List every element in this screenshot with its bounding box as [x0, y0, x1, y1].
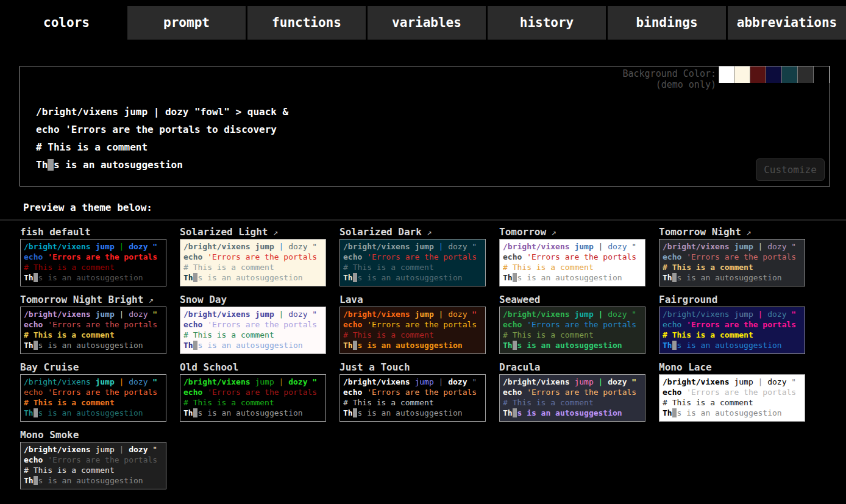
- token: # This is a comment: [663, 263, 753, 272]
- background-swatch-1[interactable]: [734, 66, 750, 83]
- token: # This is a comment: [343, 330, 434, 339]
- token: 'Errors are the portals: [527, 252, 636, 261]
- background-swatch-3[interactable]: [766, 66, 782, 83]
- token: ": [312, 377, 317, 386]
- token: # This is a comment: [24, 466, 115, 475]
- token: /bright/vixens: [183, 310, 251, 319]
- external-link-icon[interactable]: ↗: [546, 227, 556, 237]
- token: dozy: [767, 377, 786, 386]
- tab-history[interactable]: history: [488, 6, 606, 40]
- theme-line-comment: # This is a comment: [663, 262, 805, 272]
- token: Th: [183, 341, 193, 350]
- background-swatch-6[interactable]: [814, 66, 830, 83]
- external-link-icon[interactable]: ↗: [143, 295, 154, 305]
- token: |: [439, 310, 444, 319]
- theme-card-tomorrow-night-bright[interactable]: /bright/vixens jump | dozy "echo 'Errors…: [20, 307, 166, 354]
- customize-button[interactable]: Customize: [756, 158, 825, 181]
- theme-line-command: /bright/vixens jump | dozy ": [183, 309, 325, 319]
- theme-title-snow-day: Snow Day: [180, 294, 339, 307]
- theme-title-tomorrow[interactable]: Tomorrow ↗: [499, 226, 659, 239]
- theme-cell-tomorrow-night-bright: Tomorrow Night Bright ↗/bright/vixens ju…: [20, 294, 180, 361]
- theme-line-comment: # This is a comment: [343, 330, 485, 340]
- token: Th: [24, 408, 34, 417]
- background-swatch-row: [719, 66, 830, 83]
- theme-line-error: echo 'Errors are the portals: [24, 252, 166, 262]
- tab-prompt[interactable]: prompt: [127, 6, 246, 40]
- token: /bright/vixens: [663, 242, 730, 251]
- token: 'Errors are the portals: [527, 388, 636, 397]
- token: # This is a comment: [343, 263, 434, 272]
- theme-card-tomorrow[interactable]: /bright/vixens jump | dozy "echo 'Errors…: [499, 239, 645, 286]
- theme-line-error: echo 'Errors are the portals: [183, 252, 325, 262]
- token: s is an autosuggestion: [677, 408, 781, 417]
- token: 'Errors are the portals: [48, 320, 157, 329]
- token: 'Errors are the portals: [48, 388, 157, 397]
- theme-card-solarized-dark[interactable]: /bright/vixens jump | dozy "echo 'Errors…: [339, 239, 486, 286]
- theme-cell-tomorrow-night: Tomorrow Night ↗/bright/vixens jump | do…: [659, 226, 819, 294]
- theme-card-mono-smoke[interactable]: /bright/vixens jump | dozy "echo 'Errors…: [20, 442, 166, 489]
- theme-card-lava[interactable]: /bright/vixens jump | dozy "echo 'Errors…: [339, 307, 486, 354]
- theme-card-mono-lace[interactable]: /bright/vixens jump | dozy "echo 'Errors…: [659, 374, 805, 422]
- theme-cell-lava: Lava/bright/vixens jump | dozy "echo 'Er…: [339, 294, 499, 361]
- token: 'Errors are the portals: [207, 388, 317, 397]
- theme-line-comment: # This is a comment: [24, 397, 166, 408]
- token: ": [152, 310, 157, 319]
- background-swatch-2[interactable]: [750, 66, 766, 83]
- theme-line-error: echo 'Errors are the portals: [503, 252, 645, 262]
- token: dozy: [767, 310, 786, 319]
- token: |: [119, 310, 124, 319]
- tab-functions[interactable]: functions: [247, 6, 366, 40]
- theme-card-just-a-touch[interactable]: /bright/vixens jump | dozy "echo 'Errors…: [339, 374, 486, 422]
- token: # This is a comment: [343, 398, 434, 407]
- tab-colors[interactable]: colors: [7, 6, 126, 40]
- background-swatch-5[interactable]: [798, 66, 814, 83]
- external-link-icon[interactable]: ↗: [741, 227, 752, 237]
- theme-card-fairground[interactable]: /bright/vixens jump | dozy "echo 'Errors…: [659, 307, 805, 354]
- external-link-icon[interactable]: ↗: [422, 227, 432, 237]
- theme-card-fish-default[interactable]: /bright/vixens jump | dozy "echo 'Errors…: [20, 239, 166, 286]
- theme-line-autosuggestion: This is an autosuggestion: [24, 475, 166, 486]
- theme-line-autosuggestion: This is an autosuggestion: [183, 340, 325, 350]
- token: |: [279, 377, 284, 386]
- theme-title-lava: Lava: [339, 294, 499, 307]
- token: Th: [183, 273, 193, 282]
- token: Th: [343, 341, 353, 350]
- theme-line-comment: # This is a comment: [24, 262, 166, 272]
- theme-card-seaweed[interactable]: /bright/vixens jump | dozy "echo 'Errors…: [499, 307, 645, 354]
- token: |: [439, 242, 444, 251]
- tab-bindings[interactable]: bindings: [608, 6, 726, 40]
- theme-card-solarized-light[interactable]: /bright/vixens jump | dozy "echo 'Errors…: [180, 239, 326, 286]
- token: s is an autosuggestion: [38, 476, 143, 485]
- token: Th: [183, 408, 193, 417]
- theme-line-autosuggestion: This is an autosuggestion: [343, 272, 485, 283]
- token: ": [472, 242, 477, 251]
- external-link-icon[interactable]: ↗: [268, 227, 279, 237]
- token: dozy: [288, 310, 307, 319]
- theme-card-dracula[interactable]: /bright/vixens jump | dozy "echo 'Errors…: [499, 374, 645, 422]
- token: s is an autosuggestion: [38, 273, 143, 282]
- theme-title-mono-smoke: Mono Smoke: [20, 429, 180, 442]
- token: jump: [414, 242, 433, 251]
- theme-card-old-school[interactable]: /bright/vixens jump | dozy "echo 'Errors…: [180, 374, 326, 422]
- background-swatch-4[interactable]: [782, 66, 798, 83]
- theme-line-command: /bright/vixens jump | dozy ": [503, 377, 645, 387]
- theme-line-comment: # This is a comment: [663, 330, 805, 340]
- theme-card-snow-day[interactable]: /bright/vixens jump | dozy "echo 'Errors…: [180, 307, 326, 354]
- token: echo: [503, 388, 522, 397]
- theme-title-tomorrow-night[interactable]: Tomorrow Night ↗: [659, 226, 819, 239]
- theme-line-comment: # This is a comment: [183, 330, 325, 340]
- token: ": [152, 242, 157, 251]
- theme-line-command: /bright/vixens jump | dozy ": [343, 241, 485, 252]
- background-swatch-0[interactable]: [719, 66, 734, 83]
- tab-variables[interactable]: variables: [368, 6, 486, 40]
- theme-card-tomorrow-night[interactable]: /bright/vixens jump | dozy "echo 'Errors…: [659, 239, 805, 286]
- theme-title-tomorrow-night-bright[interactable]: Tomorrow Night Bright ↗: [20, 294, 180, 307]
- token: echo: [183, 252, 202, 261]
- tab-abbreviations[interactable]: abbreviations: [728, 6, 846, 40]
- theme-card-bay-cruise[interactable]: /bright/vixens jump | dozy "echo 'Errors…: [20, 374, 166, 422]
- token: |: [758, 242, 763, 251]
- theme-title-solarized-dark[interactable]: Solarized Dark ↗: [339, 226, 499, 239]
- token: ": [312, 310, 317, 319]
- demo-line-command: /bright/vixens jump | dozy "fowl" > quac…: [36, 103, 830, 121]
- theme-title-solarized-light[interactable]: Solarized Light ↗: [180, 226, 339, 239]
